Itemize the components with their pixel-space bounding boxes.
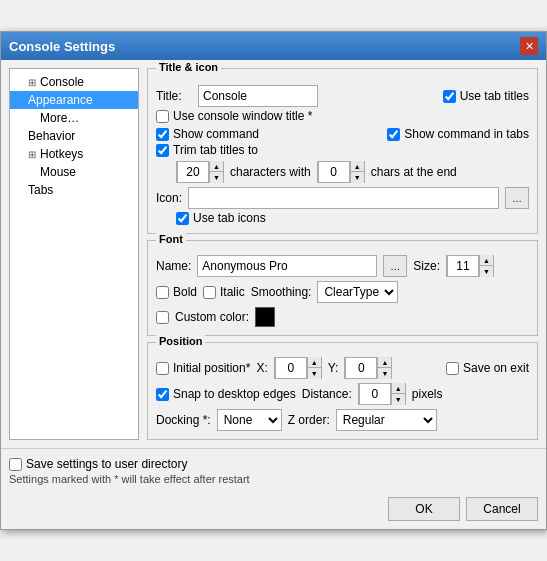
show-command-checkbox[interactable] — [156, 128, 169, 141]
use-tab-titles-label: Use tab titles — [460, 89, 529, 103]
title-bar: Console Settings ✕ — [1, 32, 546, 60]
save-on-exit-checkbox[interactable] — [446, 362, 459, 375]
end-chars-down[interactable]: ▼ — [350, 172, 364, 183]
bold-checkbox[interactable] — [156, 286, 169, 299]
distance-up[interactable]: ▲ — [391, 383, 405, 394]
trim-tab-titles-label: Trim tab titles to — [173, 143, 258, 157]
font-size-label: Size: — [413, 259, 440, 273]
x-label: X: — [256, 361, 267, 375]
trim-tab-titles-checkbox[interactable] — [156, 144, 169, 157]
pixels-label: pixels — [412, 387, 443, 401]
sidebar-item-mouse[interactable]: Mouse — [10, 163, 138, 181]
save-settings-checkbox[interactable] — [9, 458, 22, 471]
end-chars-input[interactable] — [318, 161, 350, 183]
use-console-title-row: Use console window title * — [156, 109, 529, 123]
cancel-button[interactable]: Cancel — [466, 497, 538, 521]
position-section: Position Initial position* X: ▲ ▼ Y — [147, 342, 538, 440]
font-browse-button[interactable]: … — [383, 255, 407, 277]
distance-spinner: ▲ ▼ — [358, 383, 406, 405]
font-section: Font Name: … Size: ▲ ▼ — [147, 240, 538, 336]
chars-spinner-btns: ▲ ▼ — [209, 161, 223, 183]
sidebar-item-behavior[interactable]: Behavior — [10, 127, 138, 145]
sidebar-item-hotkeys[interactable]: ⊞ Hotkeys — [10, 145, 138, 163]
spinner-row: ▲ ▼ characters with ▲ ▼ chars at the end — [176, 161, 529, 183]
ok-button[interactable]: OK — [388, 497, 460, 521]
font-size-input[interactable] — [447, 255, 479, 277]
show-command-label: Show command — [173, 127, 259, 141]
end-chars-up[interactable]: ▲ — [350, 161, 364, 172]
show-command-tabs-checkbox[interactable] — [387, 128, 400, 141]
title-field-label: Title: — [156, 89, 192, 103]
italic-group: Italic — [203, 285, 245, 299]
save-settings-row: Save settings to user directory — [9, 457, 538, 471]
window-title: Console Settings — [9, 39, 115, 54]
font-name-input[interactable] — [197, 255, 377, 277]
use-tab-titles-group: Use tab titles — [443, 89, 529, 103]
sidebar-item-appearance[interactable]: Appearance — [10, 91, 138, 109]
initial-position-label: Initial position* — [173, 361, 250, 375]
use-tab-icons-checkbox[interactable] — [176, 212, 189, 225]
snap-checkbox[interactable] — [156, 388, 169, 401]
sidebar: ⊞ Console Appearance More… Behavior ⊞ Ho… — [9, 68, 139, 440]
font-size-up[interactable]: ▲ — [479, 255, 493, 266]
sidebar-item-tabs[interactable]: Tabs — [10, 181, 138, 199]
docking-label: Docking *: — [156, 413, 211, 427]
smoothing-label: Smoothing: — [251, 285, 312, 299]
docking-select[interactable]: None Top Bottom Left Right — [217, 409, 282, 431]
title-bar-buttons: ✕ — [520, 37, 538, 55]
chars-spinner-down[interactable]: ▼ — [209, 172, 223, 183]
x-up[interactable]: ▲ — [307, 357, 321, 368]
end-chars-spinner-btns: ▲ ▼ — [350, 161, 364, 183]
sidebar-item-more[interactable]: More… — [10, 109, 138, 127]
chars-spinner-input[interactable] — [177, 161, 209, 183]
smoothing-select[interactable]: ClearType Default None — [317, 281, 398, 303]
main-content: ⊞ Console Appearance More… Behavior ⊞ Ho… — [1, 60, 546, 448]
use-console-title-label: Use console window title * — [173, 109, 312, 123]
font-style-row: Bold Italic Smoothing: ClearType Default… — [156, 281, 529, 303]
y-down[interactable]: ▼ — [377, 368, 391, 379]
position-row3: Docking *: None Top Bottom Left Right Z … — [156, 409, 529, 431]
z-order-select[interactable]: Regular Always on top Below — [336, 409, 437, 431]
position-row1: Initial position* X: ▲ ▼ Y: ▲ — [156, 357, 529, 379]
custom-color-checkbox[interactable] — [156, 311, 169, 324]
icon-browse-button[interactable]: … — [505, 187, 529, 209]
font-label: Font — [156, 233, 186, 245]
chars-spinner: ▲ ▼ — [176, 161, 224, 183]
close-button[interactable]: ✕ — [520, 37, 538, 55]
console-settings-window: Console Settings ✕ ⊞ Console Appearance … — [0, 31, 547, 530]
initial-position-checkbox[interactable] — [156, 362, 169, 375]
icon-path-input[interactable] — [188, 187, 499, 209]
sidebar-item-console[interactable]: ⊞ Console — [10, 73, 138, 91]
chars-spinner-up[interactable]: ▲ — [209, 161, 223, 172]
use-console-title-checkbox[interactable] — [156, 110, 169, 123]
snap-group: Snap to desktop edges — [156, 387, 296, 401]
distance-down[interactable]: ▼ — [391, 394, 405, 405]
distance-input[interactable] — [359, 383, 391, 405]
x-input[interactable] — [275, 357, 307, 379]
right-panel: Title & icon Title: Use tab titles Use c… — [147, 68, 538, 440]
y-label: Y: — [328, 361, 339, 375]
y-spinner: ▲ ▼ — [344, 357, 392, 379]
custom-color-label: Custom color: — [175, 310, 249, 324]
use-tab-icons-row: Use tab icons — [176, 211, 529, 225]
title-input[interactable] — [198, 85, 318, 107]
dialog-buttons: OK Cancel — [1, 491, 546, 529]
save-settings-label: Save settings to user directory — [26, 457, 187, 471]
use-tab-icons-label: Use tab icons — [193, 211, 266, 225]
show-command-tabs-label: Show command in tabs — [404, 127, 529, 141]
snap-label: Snap to desktop edges — [173, 387, 296, 401]
x-spinner: ▲ ▼ — [274, 357, 322, 379]
x-down[interactable]: ▼ — [307, 368, 321, 379]
y-input[interactable] — [345, 357, 377, 379]
font-name-row: Name: … Size: ▲ ▼ — [156, 255, 529, 277]
y-up[interactable]: ▲ — [377, 357, 391, 368]
position-row2: Snap to desktop edges Distance: ▲ ▼ pixe… — [156, 383, 529, 405]
font-size-down[interactable]: ▼ — [479, 266, 493, 277]
characters-with-label: characters with — [230, 165, 311, 179]
title-icon-label: Title & icon — [156, 61, 221, 73]
use-tab-titles-checkbox[interactable] — [443, 90, 456, 103]
footer: Save settings to user directory Settings… — [1, 448, 546, 491]
custom-color-row: Custom color: — [156, 307, 529, 327]
color-picker[interactable] — [255, 307, 275, 327]
italic-checkbox[interactable] — [203, 286, 216, 299]
